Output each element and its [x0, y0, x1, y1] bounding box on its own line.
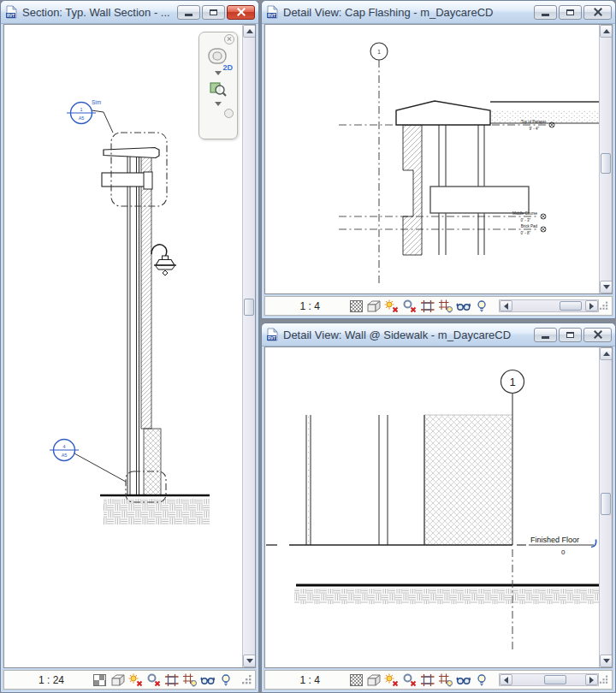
temporary-hide-isolate-button[interactable] — [199, 672, 216, 688]
scale-button[interactable]: 1 : 4 — [291, 674, 329, 686]
shadows-button[interactable] — [384, 672, 400, 688]
crop-region-icon — [438, 299, 453, 313]
down-arrow-icon — [603, 285, 610, 289]
svg-text:RVT: RVT — [268, 336, 275, 341]
navbar-options-icon[interactable] — [224, 109, 234, 118]
maximize-button[interactable] — [202, 5, 225, 20]
temporary-hide-isolate-button[interactable] — [456, 299, 472, 314]
crop-view-button[interactable] — [420, 672, 436, 688]
scroll-left-button[interactable] — [500, 300, 512, 311]
wall-base-crosshatch — [144, 429, 161, 495]
drawing-canvas-section[interactable]: 1 A5 Sim 4 A5 — [3, 24, 256, 668]
right-arrow-icon — [589, 677, 594, 684]
close-button[interactable] — [583, 5, 612, 20]
up-arrow-icon — [603, 29, 610, 33]
minimize-button[interactable] — [177, 5, 200, 20]
show-rendering-button[interactable] — [402, 672, 418, 688]
reveal-hidden-button[interactable] — [217, 672, 234, 688]
svg-text:4: 4 — [62, 444, 65, 449]
svg-text:1: 1 — [377, 49, 381, 55]
scroll-right-button[interactable] — [585, 674, 598, 685]
svg-text:A5: A5 — [62, 453, 68, 458]
scrollbar-thumb[interactable] — [601, 153, 611, 174]
crop-view-icon — [164, 673, 180, 687]
horizontal-scrollbar[interactable] — [499, 673, 600, 686]
rvt-file-icon: RVT — [265, 328, 279, 341]
vertical-scrollbar[interactable] — [242, 25, 255, 667]
close-icon — [237, 8, 246, 16]
scroll-up-button[interactable] — [600, 25, 613, 38]
svg-text:Top of Parapet: Top of Parapet — [521, 120, 547, 124]
scroll-down-button[interactable] — [600, 281, 613, 293]
show-rendering-button[interactable] — [145, 672, 162, 688]
close-button[interactable] — [227, 5, 255, 20]
resize-grip[interactable] — [241, 674, 252, 685]
scroll-up-button[interactable] — [600, 347, 613, 360]
shadows-button[interactable] — [127, 672, 144, 688]
scroll-down-button[interactable] — [600, 654, 613, 667]
view-control-bar: 1 : 24 — [3, 670, 256, 690]
detail-level-button[interactable] — [92, 672, 108, 688]
close-button[interactable] — [583, 328, 612, 342]
scrollbar-thumb[interactable] — [244, 299, 254, 316]
model-graphics-style-icon — [366, 673, 382, 687]
shadows-button[interactable] — [384, 299, 400, 314]
resize-grip[interactable] — [599, 674, 609, 685]
minimize-button[interactable] — [534, 328, 557, 342]
reveal-hidden-button[interactable] — [474, 672, 490, 688]
model-graphics-style-button[interactable] — [366, 672, 382, 688]
model-graphics-style-button[interactable] — [110, 672, 126, 688]
vertical-scrollbar[interactable] — [599, 25, 612, 293]
titlebar-cap-flashing[interactable]: RVT Detail View: Cap Flashing - m_Daycar… — [262, 1, 615, 24]
resize-grip[interactable] — [599, 300, 609, 311]
minimize-icon — [185, 14, 192, 16]
crop-region-button[interactable] — [438, 299, 454, 314]
minimize-button[interactable] — [534, 5, 557, 20]
scrollbar-thumb[interactable] — [560, 301, 582, 311]
maximize-button[interactable] — [559, 5, 582, 20]
close-icon — [594, 330, 602, 339]
crop-region-button[interactable] — [438, 672, 454, 688]
scroll-down-button[interactable] — [243, 654, 256, 667]
crop-region-button[interactable] — [181, 672, 198, 688]
temporary-hide-isolate-icon — [456, 299, 471, 313]
detail-level-button[interactable] — [348, 672, 364, 688]
crop-region-icon — [182, 673, 198, 687]
svg-text:0' - 8": 0' - 8" — [521, 231, 531, 235]
svg-text:0: 0 — [561, 548, 566, 556]
steering-wheel-button[interactable]: 2D — [205, 46, 231, 70]
scroll-left-button[interactable] — [500, 674, 512, 685]
titlebar-wall-sidewalk[interactable]: RVT Detail View: Wall @ Sidewalk - m_Day… — [262, 323, 615, 346]
show-rendering-icon — [402, 299, 418, 313]
drawing-canvas-cap-flashing[interactable]: 1 — [264, 24, 613, 294]
vertical-scrollbar[interactable] — [599, 347, 612, 667]
drawing-canvas-wall-sidewalk[interactable]: Finished Floor 0 1 — [264, 346, 613, 668]
scrollbar-thumb[interactable] — [601, 493, 611, 515]
parapet-cap — [104, 148, 159, 158]
navbar-close-icon[interactable] — [224, 34, 234, 44]
crop-view-button[interactable] — [163, 672, 180, 688]
reveal-hidden-button[interactable] — [474, 299, 490, 314]
svg-text:1: 1 — [509, 376, 515, 388]
wall-sconce — [151, 245, 176, 275]
scroll-up-button[interactable] — [243, 25, 256, 38]
scroll-right-button[interactable] — [585, 300, 598, 311]
svg-text:A5: A5 — [79, 116, 85, 121]
detail-level-button[interactable] — [348, 299, 364, 314]
model-graphics-style-button[interactable] — [366, 299, 382, 314]
scrollbar-thumb[interactable] — [544, 675, 566, 684]
crop-view-button[interactable] — [420, 299, 436, 314]
show-rendering-button[interactable] — [402, 299, 418, 314]
reveal-hidden-icon — [474, 673, 489, 687]
maximize-button[interactable] — [559, 328, 582, 342]
titlebar-section[interactable]: RVT Section: Typ. Wall Section - ... — [1, 1, 258, 24]
zoom-menu-chevron-icon[interactable] — [215, 102, 222, 106]
scale-button[interactable]: 1 : 4 — [291, 300, 329, 312]
scale-button[interactable]: 1 : 24 — [30, 674, 73, 686]
wheel-menu-chevron-icon[interactable] — [215, 71, 222, 75]
zoom-button[interactable] — [208, 79, 228, 99]
cap-flashing-profile — [396, 101, 490, 125]
navigation-bar: 2D — [198, 32, 238, 139]
horizontal-scrollbar[interactable] — [499, 299, 600, 312]
temporary-hide-isolate-button[interactable] — [456, 672, 472, 688]
